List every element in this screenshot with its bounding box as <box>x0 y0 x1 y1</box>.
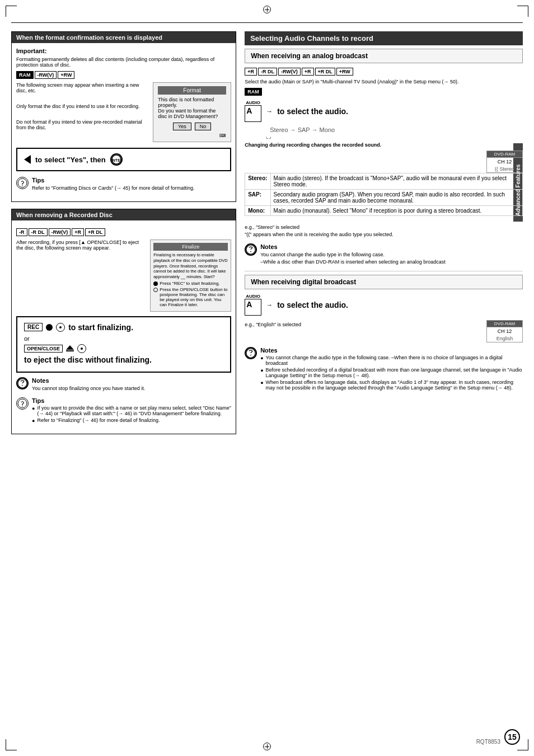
finalize-dialog: Finalize Finalizing is necessary to enab… <box>150 240 231 312</box>
analog-notes: Notes You cannot change the audio type i… <box>245 243 523 266</box>
mono-label: Mono: <box>245 206 270 216</box>
analog-bracket: ⌞⌟ <box>266 133 523 139</box>
eject-text: to eject the disc without finalizing. <box>24 355 223 364</box>
removing-badges: -R -R DL -RW(V) +R +R DL <box>16 228 231 236</box>
analog-notes-title: Notes <box>260 243 446 250</box>
digital-notes-content: Notes ● You cannot change the audio type… <box>260 347 523 392</box>
removing-notes-title: Notes <box>32 377 145 384</box>
analog-badge-r: +R <box>245 68 257 76</box>
digital-select-text: to select the audio. <box>277 300 348 309</box>
analog-notes-item: –While a disc other than DVD-RAM is inse… <box>260 259 446 265</box>
dvdram-ch: CH 12 <box>487 157 522 166</box>
finalize-row1: Press "REC" to start finalizing. <box>153 281 228 286</box>
center-mark-bottom <box>263 743 271 750</box>
digital-audio-box-wrap: AUDIO A <box>245 294 261 316</box>
digital-notes-title: Notes <box>260 347 523 354</box>
action-box: REC to start finalizing. or OPEN/CLOSE <box>16 316 231 373</box>
main-layout: When the format confirmation screen is d… <box>11 31 523 441</box>
analog-audio-a: A <box>246 107 252 115</box>
finalize-row2: Press the OPEN/CLOSE button to postpone … <box>153 287 228 307</box>
section-separator <box>245 271 523 271</box>
analog-table-area: DVD-RAM CH 12 (( Stereo Stereo: Main aud… <box>245 151 523 239</box>
svg-text:ENTER: ENTER <box>111 158 121 162</box>
removing-notes: Notes You cannot stop finalizing once yo… <box>16 377 231 393</box>
note-bullet1: ● <box>260 355 263 361</box>
digital-dvdram-english: English <box>487 335 522 342</box>
enter-icon: ENTER <box>110 153 123 166</box>
digital-dvdram-header: DVD-RAM <box>487 321 522 327</box>
removing-tip-item2: ● Refer to "Finalizing" (→ 46) for more … <box>32 417 231 424</box>
analog-audio-table: Stereo: Main audio (stereo). If the broa… <box>245 173 523 216</box>
badge-plusr: +R <box>72 228 84 236</box>
bullet-icon2: ● <box>32 418 35 424</box>
tips-icon <box>16 177 29 189</box>
badge-rdl: -R DL <box>29 228 48 236</box>
format-tips-content: Tips Refer to "Formatting Discs or Cards… <box>32 177 194 192</box>
removing-disc-content: -R -R DL -RW(V) +R +R DL Finalize Finali… <box>12 220 236 434</box>
sap-label: SAP: <box>245 190 270 206</box>
open-close-badge: OPEN/CLOSE <box>24 345 63 353</box>
digital-notes-icon <box>245 347 257 359</box>
analog-changing-text: Changing during recording changes the re… <box>245 142 523 148</box>
format-badges: RAM -RW(V) +RW <box>16 71 231 79</box>
format-section-content: Important: Formatting permanently delete… <box>12 43 236 201</box>
rec-badge: REC <box>24 323 43 331</box>
spin-icon2 <box>77 344 86 353</box>
dvdram-stereo: (( Stereo <box>487 166 522 172</box>
open-close-line: OPEN/CLOSE <box>24 344 223 353</box>
analog-audio-box: A <box>245 105 261 122</box>
removing-tips: Tips ● If you want to provide the disc w… <box>16 397 231 425</box>
note-bullet3: ● <box>260 380 263 386</box>
bullet-icon1: ● <box>32 406 35 411</box>
table-row-mono: Mono: Main audio (monaural). Select "Mon… <box>245 206 523 216</box>
format-dialog-title: Format <box>158 86 226 95</box>
model-number: RQT8853 <box>476 739 500 745</box>
badge-plusrw: +RW <box>58 71 74 79</box>
badge-plusrdl: +R DL <box>85 228 105 236</box>
left-column: When the format confirmation screen is d… <box>11 31 236 441</box>
finalize-dot1 <box>153 281 158 286</box>
digital-audio-a: A <box>246 300 252 308</box>
analog-badge-rdl: -R DL <box>258 68 277 76</box>
dvdram-header: DVD-RAM <box>487 151 522 157</box>
mono-text: Main audio (monaural). Select "Mono" if … <box>270 206 522 216</box>
digital-dvdram-indicator: DVD-RAM CH 12 English <box>486 320 523 342</box>
svg-point-7 <box>22 406 23 407</box>
format-yes-button: Yes <box>173 123 191 130</box>
removing-tips-items: ● If you want to provide the disc with a… <box>32 405 231 424</box>
svg-point-9 <box>250 251 251 252</box>
format-dialog-buttons: Yes No <box>158 123 226 130</box>
format-section-header: When the format confirmation screen is d… <box>12 32 236 43</box>
analog-description: Select the audio (Main or SAP) in "Multi… <box>245 79 523 84</box>
badge-ram: RAM <box>16 71 34 79</box>
right-column: Advanced Features Selecting Audio Channe… <box>245 31 523 441</box>
analog-header: When receiving an analog broadcast <box>245 49 523 63</box>
select-yes-box: to select "Yes", then ENTER <box>16 148 231 171</box>
analog-select-text: to select the audio. <box>277 107 348 116</box>
digital-audio-select: AUDIO A → to select the audio. <box>245 294 523 316</box>
analog-eg-area: e.g., "Stereo" is selected "((" appears … <box>245 223 523 239</box>
table-row-sap: SAP: Secondary audio program (SAP). When… <box>245 190 523 206</box>
removing-body-area: Finalize Finalizing is necessary to enab… <box>16 240 231 312</box>
format-dialog: Format This disc is not formatted proper… <box>153 82 231 142</box>
finalize-dialog-body: Finalizing is necessary to enable playba… <box>153 252 228 280</box>
removing-tips-content: Tips ● If you want to provide the disc w… <box>32 397 231 425</box>
analog-ram-badge: RAM <box>245 88 523 96</box>
stereo-text: Main audio (stereo). If the broadcast is… <box>270 173 522 190</box>
eject-symbol <box>66 345 74 351</box>
removing-disc-header: When removing a Recorded Disc <box>12 209 236 220</box>
removing-tips-icon <box>16 397 29 410</box>
note-bullet2: ● <box>260 368 263 373</box>
top-divider <box>11 22 523 23</box>
important-label: Important: <box>16 48 231 54</box>
format-tips: Tips Refer to "Formatting Discs or Cards… <box>16 177 231 192</box>
svg-point-11 <box>250 355 251 356</box>
format-confirmation-section: When the format confirmation screen is d… <box>11 31 236 202</box>
analog-audio-label: AUDIO <box>246 100 260 105</box>
badge-r: -R <box>16 228 27 236</box>
removing-notes-content: Notes You cannot stop finalizing once yo… <box>32 377 145 393</box>
finalize-btn1-text: Press "REC" to start finalizing. <box>160 281 220 286</box>
analog-audio-select: AUDIO A → to select the audio. <box>245 100 523 122</box>
finalize-dialog-title: Finalize <box>153 243 228 251</box>
analog-badge-plusrdl: +R DL <box>315 68 335 76</box>
